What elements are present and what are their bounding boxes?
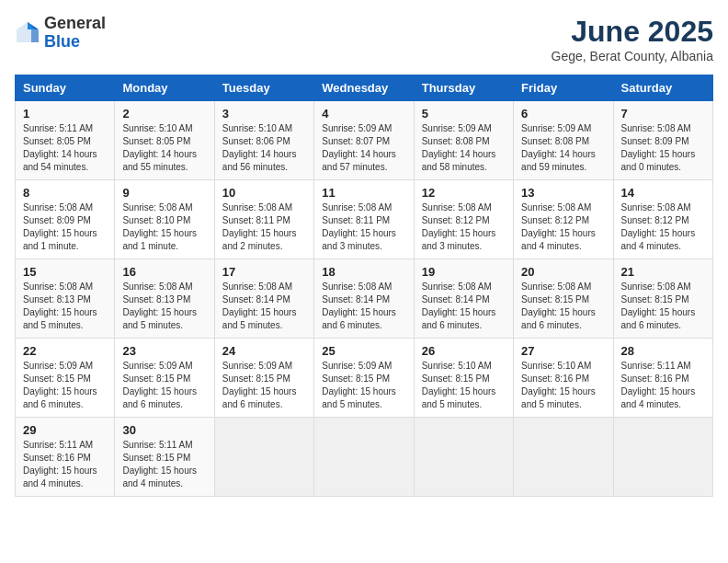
calendar-cell: 19Sunrise: 5:08 AM Sunset: 8:14 PM Dayli…	[414, 259, 513, 339]
month-title: June 2025	[552, 15, 713, 49]
day-number: 13	[521, 186, 605, 200]
day-info: Sunrise: 5:08 AM Sunset: 8:14 PM Dayligh…	[322, 281, 405, 332]
day-info: Sunrise: 5:08 AM Sunset: 8:12 PM Dayligh…	[621, 201, 705, 253]
calendar-cell: 9Sunrise: 5:08 AM Sunset: 8:10 PM Daylig…	[115, 180, 214, 259]
day-number: 12	[422, 186, 506, 200]
calendar-cell: 10Sunrise: 5:08 AM Sunset: 8:11 PM Dayli…	[214, 180, 313, 259]
day-number: 21	[621, 265, 705, 279]
day-of-week-header: Sunday	[16, 75, 115, 101]
logo-icon	[15, 20, 40, 46]
page-header: General Blue June 2025 Gege, Berat Count…	[15, 15, 713, 63]
day-number: 10	[222, 186, 306, 200]
day-number: 18	[322, 265, 405, 279]
day-of-week-header: Friday	[514, 75, 613, 101]
day-number: 4	[322, 107, 405, 121]
day-number: 6	[521, 107, 605, 121]
calendar-cell: 4Sunrise: 5:09 AM Sunset: 8:07 PM Daylig…	[314, 101, 414, 180]
svg-marker-3	[28, 22, 35, 29]
calendar-cell: 2Sunrise: 5:10 AM Sunset: 8:05 PM Daylig…	[115, 101, 214, 180]
day-info: Sunrise: 5:08 AM Sunset: 8:12 PM Dayligh…	[422, 201, 506, 253]
day-number: 8	[23, 186, 107, 200]
calendar-cell: 16Sunrise: 5:08 AM Sunset: 8:13 PM Dayli…	[115, 259, 214, 339]
day-number: 23	[122, 344, 206, 358]
day-info: Sunrise: 5:09 AM Sunset: 8:15 PM Dayligh…	[322, 360, 405, 411]
logo-text: General Blue	[44, 15, 106, 52]
day-info: Sunrise: 5:08 AM Sunset: 8:14 PM Dayligh…	[222, 281, 306, 332]
day-of-week-header: Thursday	[414, 75, 513, 101]
day-number: 7	[621, 107, 705, 121]
calendar-cell: 5Sunrise: 5:09 AM Sunset: 8:08 PM Daylig…	[414, 101, 513, 180]
day-info: Sunrise: 5:09 AM Sunset: 8:15 PM Dayligh…	[222, 360, 306, 411]
calendar-header-row: SundayMondayTuesdayWednesdayThursdayFrid…	[16, 75, 713, 101]
day-info: Sunrise: 5:11 AM Sunset: 8:16 PM Dayligh…	[23, 439, 107, 490]
location: Gege, Berat County, Albania	[552, 49, 713, 63]
calendar-cell: 13Sunrise: 5:08 AM Sunset: 8:12 PM Dayli…	[514, 180, 613, 259]
calendar-cell: 26Sunrise: 5:10 AM Sunset: 8:15 PM Dayli…	[414, 339, 513, 418]
calendar-cell: 12Sunrise: 5:08 AM Sunset: 8:12 PM Dayli…	[414, 180, 513, 259]
day-info: Sunrise: 5:08 AM Sunset: 8:13 PM Dayligh…	[23, 281, 107, 332]
calendar-week-row: 1Sunrise: 5:11 AM Sunset: 8:05 PM Daylig…	[16, 101, 713, 180]
day-of-week-header: Saturday	[613, 75, 712, 101]
calendar-cell	[314, 418, 414, 497]
day-info: Sunrise: 5:08 AM Sunset: 8:09 PM Dayligh…	[23, 201, 107, 253]
day-info: Sunrise: 5:10 AM Sunset: 8:06 PM Dayligh…	[222, 122, 306, 174]
day-number: 30	[122, 423, 206, 437]
calendar-cell: 24Sunrise: 5:09 AM Sunset: 8:15 PM Dayli…	[214, 339, 313, 418]
calendar-cell: 6Sunrise: 5:09 AM Sunset: 8:08 PM Daylig…	[514, 101, 613, 180]
calendar-cell: 11Sunrise: 5:08 AM Sunset: 8:11 PM Dayli…	[314, 180, 414, 259]
calendar-cell: 20Sunrise: 5:08 AM Sunset: 8:15 PM Dayli…	[514, 259, 613, 339]
day-info: Sunrise: 5:10 AM Sunset: 8:05 PM Dayligh…	[122, 122, 206, 174]
day-info: Sunrise: 5:08 AM Sunset: 8:15 PM Dayligh…	[621, 281, 705, 332]
day-info: Sunrise: 5:09 AM Sunset: 8:08 PM Dayligh…	[422, 122, 506, 174]
day-info: Sunrise: 5:11 AM Sunset: 8:16 PM Dayligh…	[621, 360, 705, 411]
calendar-week-row: 15Sunrise: 5:08 AM Sunset: 8:13 PM Dayli…	[16, 259, 713, 339]
day-info: Sunrise: 5:08 AM Sunset: 8:15 PM Dayligh…	[521, 281, 605, 332]
day-number: 15	[23, 265, 107, 279]
calendar-cell: 1Sunrise: 5:11 AM Sunset: 8:05 PM Daylig…	[16, 101, 115, 180]
day-number: 24	[222, 344, 306, 358]
day-info: Sunrise: 5:09 AM Sunset: 8:15 PM Dayligh…	[23, 360, 107, 411]
day-info: Sunrise: 5:08 AM Sunset: 8:12 PM Dayligh…	[521, 201, 605, 253]
day-info: Sunrise: 5:09 AM Sunset: 8:08 PM Dayligh…	[521, 122, 605, 174]
day-of-week-header: Monday	[115, 75, 214, 101]
day-number: 29	[23, 423, 107, 437]
calendar-cell: 7Sunrise: 5:08 AM Sunset: 8:09 PM Daylig…	[613, 101, 712, 180]
calendar-week-row: 29Sunrise: 5:11 AM Sunset: 8:16 PM Dayli…	[16, 418, 713, 497]
day-of-week-header: Wednesday	[314, 75, 414, 101]
day-info: Sunrise: 5:08 AM Sunset: 8:14 PM Dayligh…	[422, 281, 506, 332]
calendar-week-row: 8Sunrise: 5:08 AM Sunset: 8:09 PM Daylig…	[16, 180, 713, 259]
day-info: Sunrise: 5:09 AM Sunset: 8:15 PM Dayligh…	[122, 360, 206, 411]
day-of-week-header: Tuesday	[214, 75, 313, 101]
calendar-cell: 17Sunrise: 5:08 AM Sunset: 8:14 PM Dayli…	[214, 259, 313, 339]
day-info: Sunrise: 5:08 AM Sunset: 8:09 PM Dayligh…	[621, 122, 705, 174]
day-number: 3	[222, 107, 306, 121]
calendar-cell: 27Sunrise: 5:10 AM Sunset: 8:16 PM Dayli…	[514, 339, 613, 418]
day-number: 27	[521, 344, 605, 358]
day-info: Sunrise: 5:11 AM Sunset: 8:05 PM Dayligh…	[23, 122, 107, 174]
day-number: 1	[23, 107, 107, 121]
day-number: 11	[322, 186, 405, 200]
day-number: 16	[122, 265, 206, 279]
calendar-cell	[214, 418, 313, 497]
day-number: 20	[521, 265, 605, 279]
calendar-cell	[613, 418, 712, 497]
day-info: Sunrise: 5:09 AM Sunset: 8:07 PM Dayligh…	[322, 122, 405, 174]
day-number: 2	[122, 107, 206, 121]
day-info: Sunrise: 5:08 AM Sunset: 8:10 PM Dayligh…	[122, 201, 206, 253]
calendar-cell: 14Sunrise: 5:08 AM Sunset: 8:12 PM Dayli…	[613, 180, 712, 259]
calendar-table: SundayMondayTuesdayWednesdayThursdayFrid…	[15, 75, 713, 497]
calendar-cell: 25Sunrise: 5:09 AM Sunset: 8:15 PM Dayli…	[314, 339, 414, 418]
day-info: Sunrise: 5:08 AM Sunset: 8:11 PM Dayligh…	[322, 201, 405, 253]
day-number: 17	[222, 265, 306, 279]
calendar-cell	[514, 418, 613, 497]
calendar-cell	[414, 418, 513, 497]
title-block: June 2025 Gege, Berat County, Albania	[552, 15, 713, 63]
day-number: 26	[422, 344, 506, 358]
logo: General Blue	[15, 15, 106, 52]
calendar-cell: 23Sunrise: 5:09 AM Sunset: 8:15 PM Dayli…	[115, 339, 214, 418]
calendar-cell: 22Sunrise: 5:09 AM Sunset: 8:15 PM Dayli…	[16, 339, 115, 418]
day-number: 14	[621, 186, 705, 200]
day-number: 19	[422, 265, 506, 279]
day-number: 22	[23, 344, 107, 358]
day-info: Sunrise: 5:11 AM Sunset: 8:15 PM Dayligh…	[122, 439, 206, 490]
